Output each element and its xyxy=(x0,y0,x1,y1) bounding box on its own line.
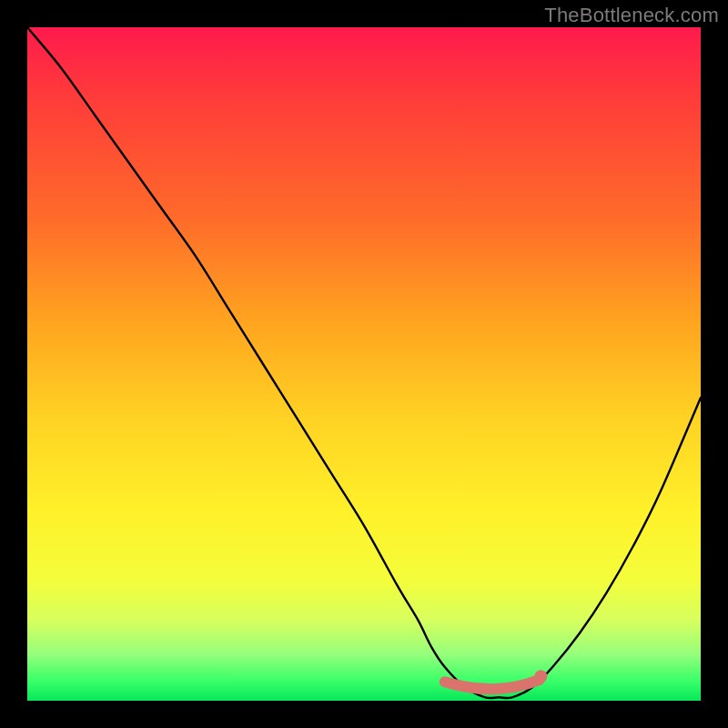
attribution-text: TheBottleneck.com xyxy=(544,4,719,27)
chart-frame: TheBottleneck.com xyxy=(0,0,728,728)
bottleneck-curve-svg xyxy=(27,27,701,701)
bottleneck-curve xyxy=(27,27,701,698)
optimal-range-end-dot xyxy=(534,670,547,682)
plot-area xyxy=(27,27,701,701)
optimal-range-highlight xyxy=(445,680,540,689)
